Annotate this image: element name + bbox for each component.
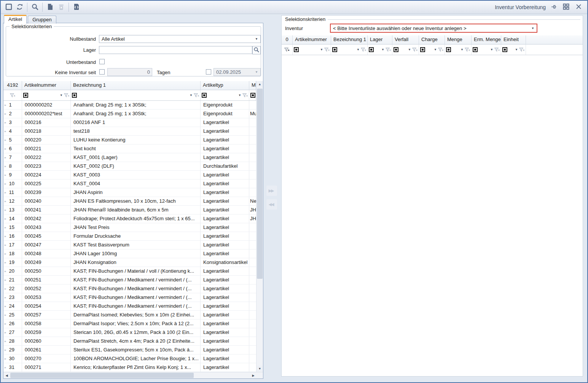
delete-button[interactable] bbox=[56, 2, 66, 13]
filter-clear-icon[interactable]: x bbox=[242, 93, 248, 97]
column-header[interactable]: Erm. Menge bbox=[472, 35, 501, 44]
filter-clear-icon[interactable]: x bbox=[64, 93, 69, 97]
filter-mode-button[interactable] bbox=[502, 47, 507, 52]
table-row[interactable]: ▸21000251KAST; FIN-Buchungen / Medikamen… bbox=[3, 276, 256, 284]
table-row[interactable]: ▸12000240JHAN ES Faltkompressen, 10 x 10… bbox=[3, 197, 256, 206]
tab-gruppen[interactable]: Gruppen bbox=[28, 16, 56, 24]
keine-inventur-checkbox[interactable] bbox=[99, 69, 105, 75]
date-checkbox[interactable] bbox=[206, 69, 211, 75]
horizontal-scrollbar[interactable]: ◀ ▶ bbox=[3, 372, 263, 378]
table-row[interactable]: ▸23000253KAST; FIN-Buchungen / Medikamen… bbox=[3, 293, 256, 302]
filter-clear-icon[interactable]: x bbox=[386, 48, 391, 52]
filter-dropdown-icon[interactable]: ▼ bbox=[381, 48, 384, 51]
table-row[interactable]: ▸25000257DermaPlast Isomed; Klebevlies; … bbox=[3, 311, 256, 319]
column-header[interactable]: Charge bbox=[419, 35, 445, 44]
table-row[interactable]: ▸24000254KAST; FIN-Buchungen / Medikamen… bbox=[3, 302, 256, 311]
table-row[interactable]: ▸8000223KAST_0002 (DLF)Durchlaufartikel bbox=[3, 162, 256, 171]
filter-clear-icon[interactable]: x bbox=[519, 48, 524, 52]
nullbestand-combo[interactable]: Alle Artikel ▼ bbox=[99, 35, 261, 43]
tage-input[interactable] bbox=[107, 68, 152, 76]
scroll-left-icon[interactable]: ◀ bbox=[3, 372, 10, 378]
table-row[interactable]: ▸14000242Foliodrape; Protect Abdecktuch … bbox=[3, 215, 256, 223]
scrollbar-thumb[interactable] bbox=[257, 89, 263, 279]
table-row[interactable]: ▸15000243JHAN Test PreisLagerartikel bbox=[3, 223, 256, 232]
column-header[interactable]: Bezeichnung 1 bbox=[71, 81, 201, 90]
scroll-down-icon[interactable]: ▼ bbox=[257, 366, 263, 372]
filter-dropdown-icon[interactable]: ▼ bbox=[434, 48, 437, 51]
table-row[interactable]: ▸10000000202Anafranil; Drag 25 mg; 1 x 3… bbox=[3, 101, 256, 110]
layout-button[interactable] bbox=[562, 3, 570, 11]
column-header[interactable]: Artikeltyp bbox=[201, 81, 249, 90]
filter-clear-icon[interactable]: x bbox=[494, 48, 500, 52]
date-combo[interactable]: 02.09.2025 ▼ bbox=[214, 68, 261, 76]
tab-artikel[interactable]: Artikel bbox=[4, 15, 27, 24]
filter-dropdown-icon[interactable]: ▼ bbox=[515, 48, 518, 51]
search-button[interactable] bbox=[30, 2, 40, 13]
filter-mode-button[interactable] bbox=[473, 47, 478, 52]
column-header[interactable]: Artikelnummer bbox=[22, 81, 71, 90]
column-header[interactable]: Einheit bbox=[501, 35, 526, 44]
filter-clear-icon[interactable]: x bbox=[361, 48, 366, 52]
table-row[interactable]: ▸29000261Sterilux ES1, Gasekompressen; 5… bbox=[3, 346, 256, 354]
refresh-button[interactable] bbox=[14, 2, 25, 13]
table-row[interactable]: ▸18000248JHAN Lager 100mgLagerartikel bbox=[3, 250, 256, 258]
column-header[interactable]: Menge bbox=[445, 35, 472, 44]
filter-mode-button[interactable] bbox=[72, 93, 77, 98]
table-row[interactable]: ▸7000222KAST_0001 (Lager)Lagerartikel bbox=[3, 153, 256, 162]
pin-button[interactable] bbox=[550, 4, 557, 11]
move-right-button[interactable]: ▶▶ bbox=[266, 186, 277, 196]
column-header[interactable]: M bbox=[249, 81, 256, 90]
filter-dropdown-icon[interactable]: ▼ bbox=[320, 48, 323, 51]
filter-dropdown-icon[interactable]: ▼ bbox=[461, 48, 464, 51]
table-row[interactable]: ▸27000259Sterican 100, 26G, d0.45 x 12mm… bbox=[3, 328, 256, 337]
filter-clear-icon[interactable]: x bbox=[10, 93, 15, 97]
filter-clear-icon[interactable]: x bbox=[465, 48, 470, 52]
table-row[interactable]: ▸30000270100BON AROMACHOLOGIE; Lacher Pr… bbox=[3, 354, 256, 363]
table-row[interactable]: ▸11000239JHAN AspirinLagerartikel bbox=[3, 188, 256, 197]
filter-clear-icon[interactable]: x bbox=[194, 93, 199, 97]
vertical-scrollbar[interactable]: ▲ ▼ bbox=[256, 81, 263, 372]
select-button[interactable] bbox=[3, 2, 14, 13]
filter-mode-button[interactable] bbox=[394, 47, 398, 52]
lager-input[interactable] bbox=[99, 46, 252, 54]
filter-dropdown-icon[interactable]: ▼ bbox=[238, 94, 241, 97]
filter-dropdown-icon[interactable]: ▼ bbox=[357, 48, 360, 51]
table-row[interactable]: ▸17000247KAST Test BasisverpnumLagerarti… bbox=[3, 241, 256, 250]
filter-dropdown-icon[interactable]: ▼ bbox=[190, 94, 193, 97]
filter-dropdown-icon[interactable]: ▼ bbox=[60, 94, 63, 97]
table-row[interactable]: ▸26000258DermaPlast Isopor; Vlies; 2.5cm… bbox=[3, 319, 256, 328]
row-count-header[interactable]: 0 bbox=[282, 35, 293, 44]
filter-mode-button[interactable] bbox=[332, 47, 337, 52]
row-count-header[interactable]: 4192 bbox=[3, 81, 22, 90]
filter-mode-button[interactable] bbox=[420, 47, 425, 52]
filter-mode-button[interactable] bbox=[369, 47, 374, 52]
table-row[interactable]: ▸28000260DermaPlast Stretch, 4cm x 4m; P… bbox=[3, 337, 256, 346]
table-row[interactable]: ▸4000218test218Lagerartikel bbox=[3, 127, 256, 136]
column-header[interactable]: Lager bbox=[368, 35, 392, 44]
filter-clear-icon[interactable]: x bbox=[438, 48, 443, 52]
table-row[interactable]: ▸9000224KAST_0003Lagerartikel bbox=[3, 171, 256, 180]
table-row[interactable]: ▸31000271Kenrico; Kräuterpflaster Pfl Zi… bbox=[3, 363, 256, 372]
filter-apply-icon[interactable]: ▸ bbox=[284, 48, 290, 52]
scrollbar-thumb[interactable] bbox=[10, 373, 194, 378]
column-header[interactable]: Bezeichnung 1 bbox=[331, 35, 368, 44]
table-row[interactable]: ▸6000221Text kochtLagerartikel bbox=[3, 145, 256, 153]
column-header[interactable]: Artikelnummer bbox=[293, 35, 331, 44]
filter-dropdown-icon[interactable]: ▼ bbox=[408, 48, 411, 51]
filter-mode-button[interactable] bbox=[294, 47, 299, 52]
inventur-combo[interactable]: < Bitte Inventurliste auswählen oder neu… bbox=[330, 24, 537, 33]
table-row[interactable]: ▸3000216000216 ANF 1Lagerartikel bbox=[3, 118, 256, 127]
table-row[interactable]: ▸10000225KAST_0004Lagerartikel bbox=[3, 180, 256, 188]
table-row[interactable]: ▸5000220LUHU keine KontierungLagerartike… bbox=[3, 136, 256, 145]
table-row[interactable]: ▸20000000202*testAnafranil; Drag 25 mg; … bbox=[3, 110, 256, 118]
filter-clear-icon[interactable]: x bbox=[324, 48, 330, 52]
table-row[interactable]: ▸19000249JHAN KonsignationKonsignationsa… bbox=[3, 258, 256, 267]
filter-clear-icon[interactable]: x bbox=[412, 48, 417, 52]
column-header[interactable]: Verfall bbox=[392, 35, 419, 44]
scroll-up-icon[interactable]: ▲ bbox=[257, 81, 263, 87]
filter-mode-button[interactable] bbox=[446, 47, 451, 52]
export-button[interactable] bbox=[71, 2, 81, 13]
filter-mode-button[interactable] bbox=[250, 93, 255, 98]
table-row[interactable]: ▸20000250KAST; FIN-Buchungen / Material … bbox=[3, 267, 256, 276]
filter-mode-button[interactable] bbox=[23, 93, 28, 98]
